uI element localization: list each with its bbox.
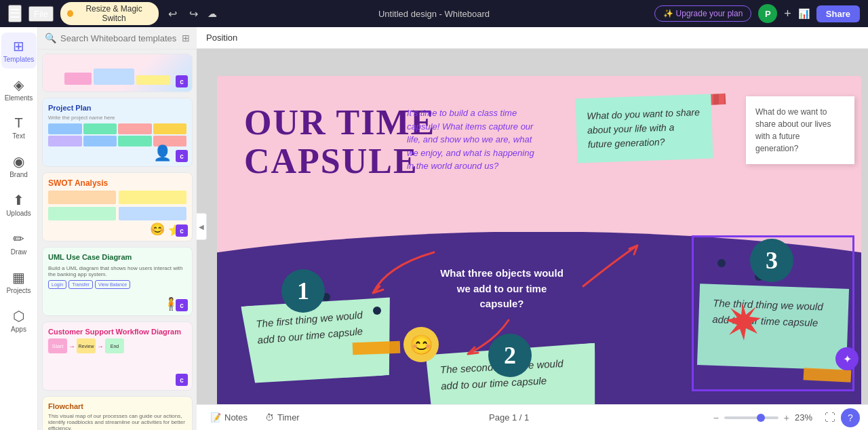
fullscreen-button[interactable]: ⛶ [825, 412, 835, 424]
sidebar-panel: 🔍 ⊞ c [38, 27, 197, 430]
sidebar-item-projects[interactable]: ▦ Projects [1, 264, 37, 300]
template-card-project-plan[interactable]: Project Plan Write the project name here [42, 98, 193, 167]
whiteboard[interactable]: OUR TIME CAPSULE It's time to build a cl… [217, 76, 861, 404]
draw-label: Draw [11, 248, 26, 256]
template-card-customer-support[interactable]: Customer Support Workflow Diagram Start … [42, 321, 193, 391]
text-icon: T [14, 115, 22, 131]
timer-button[interactable]: ⏱ Timer [260, 410, 305, 425]
canva-badge-uml: c [176, 299, 188, 311]
topbar-right: ✨ Upgrade your plan P + 📊 Share [651, 4, 860, 23]
helper-button[interactable]: ? [841, 408, 860, 427]
swot-title: SWOT Analysis [48, 178, 186, 188]
template-card-partial[interactable]: c [42, 54, 193, 92]
timer-label: Timer [277, 412, 300, 423]
sticky-note-white[interactable]: What do we want to share about our lives… [746, 96, 854, 164]
canva-badge-partial: c [176, 75, 188, 87]
bottom-bar: 📝 Notes ⏱ Timer Page 1 / 1 − + 23% ⛶ [197, 404, 868, 430]
canvas-area: Position ◀ OUR TIME CAPSULE It's time to… [197, 27, 868, 430]
starburst-decoration [722, 300, 763, 340]
sidebar-item-uploads[interactable]: ⬆ Uploads [1, 187, 37, 222]
brand-label: Brand [9, 171, 28, 178]
zoom-in-button[interactable]: + [784, 412, 789, 423]
notes-icon: 📝 [210, 412, 221, 423]
template-list: c Project Plan Write the project name he… [38, 50, 197, 430]
zoom-out-button[interactable]: − [713, 412, 719, 423]
canva-badge-swot: c [176, 224, 188, 237]
project-plan-title: Project Plan [48, 104, 186, 112]
templates-label: Templates [3, 56, 35, 63]
number-circle-3[interactable]: 3 [750, 239, 793, 282]
svg-marker-0 [726, 303, 761, 340]
share-button[interactable]: Share [816, 5, 860, 22]
zoom-label: 23% [795, 412, 819, 423]
question-box: What three objects would we add to our t… [434, 266, 570, 312]
sidebar-item-templates[interactable]: ⊞ Templates [1, 33, 37, 69]
sticky-note-teal[interactable]: What do you want to share about your lif… [575, 94, 713, 163]
templates-icon: ⊞ [13, 38, 24, 54]
search-icon: 🔍 [45, 33, 56, 43]
position-bar: Position [197, 27, 868, 49]
number-circle-1[interactable]: 1 [281, 269, 325, 313]
template-card-flowchart[interactable]: Flowchart This visual map of our process… [42, 396, 193, 430]
template-card-uml[interactable]: UML Use Case Diagram Build a UML diagram… [42, 247, 193, 316]
search-input[interactable] [60, 33, 178, 43]
template-card-swot[interactable]: SWOT Analysis 😊 ⭐ c [42, 172, 193, 241]
draw-icon: ✏ [13, 231, 24, 247]
elements-icon: ◈ [14, 77, 24, 93]
uploads-label: Uploads [6, 210, 31, 217]
file-button[interactable]: File [28, 6, 54, 22]
sidebar-icons: ⊞ Templates ◈ Elements T Text ◉ Brand ⬆ … [0, 27, 38, 430]
collapse-sidebar-button[interactable]: ◀ [197, 213, 207, 240]
canva-badge-cs: c [176, 374, 188, 386]
timer-icon: ⏱ [265, 412, 274, 423]
number-circle-2[interactable]: 2 [488, 334, 532, 377]
magic-switch-button[interactable]: Resize & Magic Switch [60, 2, 159, 25]
bottom-center: Page 1 / 1 [489, 412, 529, 423]
topbar-title: Untitled design - Whiteboard [225, 9, 643, 19]
canvas-viewport[interactable]: ◀ OUR TIME CAPSULE It's time to build a … [197, 49, 868, 404]
elements-label: Elements [5, 94, 33, 102]
avatar[interactable]: P [758, 4, 777, 23]
undo-button[interactable]: ↩ [165, 6, 180, 22]
sidebar-item-draw[interactable]: ✏ Draw [1, 225, 37, 261]
sidebar-item-text[interactable]: T Text [1, 110, 37, 145]
bottom-right: − + 23% ⛶ ? [713, 408, 860, 427]
dot-2 [373, 307, 381, 315]
cloud-icon: ☁ [208, 8, 217, 19]
magic-dot-icon [67, 10, 73, 17]
topbar: ☰ File Resize & Magic Switch ↩ ↪ ☁ Untit… [0, 0, 868, 27]
zoom-thumb[interactable] [757, 414, 765, 422]
upgrade-button[interactable]: ✨ Upgrade your plan [654, 5, 752, 22]
upgrade-icon: ✨ [663, 9, 673, 18]
sidebar-item-elements[interactable]: ◈ Elements [1, 71, 37, 107]
canva-badge-pp: c [176, 150, 188, 162]
topbar-left: ☰ File Resize & Magic Switch ↩ ↪ ☁ [8, 2, 217, 25]
apps-label: Apps [11, 326, 26, 333]
uploads-icon: ⬆ [13, 192, 24, 208]
page-info: Page 1 / 1 [489, 412, 529, 423]
zoom-slider[interactable] [724, 416, 778, 419]
sidebar-item-apps[interactable]: ⬡ Apps [1, 302, 37, 338]
orange-tape-1 [353, 341, 401, 355]
projects-icon: ▦ [12, 269, 25, 286]
redo-button[interactable]: ↪ [186, 6, 201, 22]
main-content: ⊞ Templates ◈ Elements T Text ◉ Brand ⬆ … [0, 27, 868, 430]
projects-label: Projects [6, 287, 31, 294]
sidebar-wrapper: ⊞ Templates ◈ Elements T Text ◉ Brand ⬆ … [0, 27, 197, 430]
menu-button[interactable]: ☰ [8, 5, 22, 22]
whiteboard-subtitle: It's time to build a class time capsule!… [407, 106, 542, 173]
cs-title: Customer Support Workflow Diagram [48, 328, 186, 336]
plus-button[interactable]: + [784, 7, 791, 21]
position-label: Position [206, 33, 237, 43]
text-label: Text [12, 132, 24, 140]
sidebar-item-brand[interactable]: ◉ Brand [1, 148, 37, 184]
analytics-icon[interactable]: 📊 [798, 8, 810, 19]
uml-title: UML Use Case Diagram [48, 253, 186, 261]
filter-icon[interactable]: ⊞ [182, 33, 190, 43]
bottom-left: 📝 Notes ⏱ Timer [205, 410, 305, 425]
notes-button[interactable]: 📝 Notes [205, 410, 253, 425]
search-bar: 🔍 ⊞ [38, 27, 197, 50]
smiley-decoration: 😊 [403, 327, 439, 362]
notes-label: Notes [224, 412, 248, 423]
fc-title: Flowchart [48, 402, 186, 410]
